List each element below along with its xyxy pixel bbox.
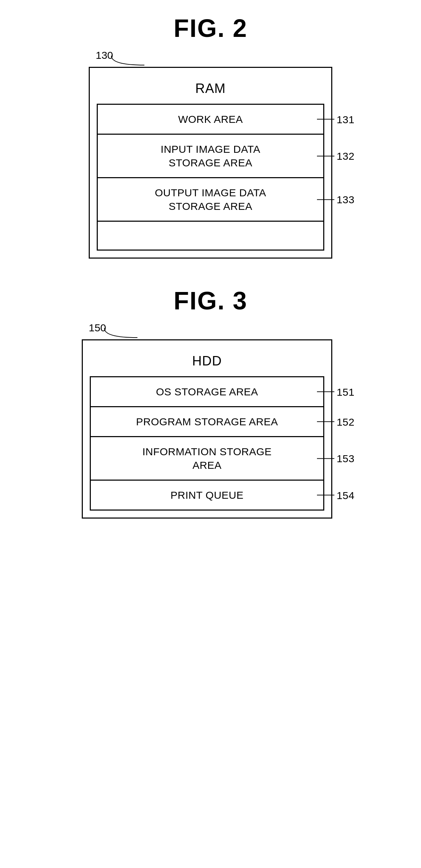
fig3-ref-151: 151 <box>317 385 355 399</box>
fig3-ref-152: 152 <box>317 415 355 428</box>
fig2-ref-132: 132 <box>317 149 355 163</box>
fig2-ref-133: 133 <box>317 193 355 206</box>
fig2-outer-box: RAM WORK AREA 131 INPUT IMAGE DATASTORAG… <box>89 67 332 259</box>
fig3-title: FIG. 3 <box>174 286 247 315</box>
fig3-diagram: 150 HDD OS STORAGE AREA 151 <box>68 325 353 519</box>
fig3-inner-box: OS STORAGE AREA 151 PROGRAM STORAGE AREA… <box>90 376 324 511</box>
fig3-hdd-label: HDD <box>90 347 324 376</box>
fig3-outer-ref: 150 <box>89 322 106 334</box>
figure-3-container: FIG. 3 150 HDD OS STORAGE AREA 151 <box>0 286 421 519</box>
fig2-row-output-image: OUTPUT IMAGE DATASTORAGE AREA 133 <box>98 178 323 222</box>
fig2-ref-131: 131 <box>317 112 355 126</box>
fig2-diagram: 130 RAM WORK AREA 131 <box>75 53 346 259</box>
fig2-inner-box: WORK AREA 131 INPUT IMAGE DATASTORAGE AR… <box>97 104 324 251</box>
fig2-row-input-image: INPUT IMAGE DATASTORAGE AREA 132 <box>98 135 323 178</box>
fig3-row-os: OS STORAGE AREA 151 <box>91 377 323 407</box>
fig2-ram-label: RAM <box>97 75 324 104</box>
fig3-outer-box: HDD OS STORAGE AREA 151 PROGRAM STORAGE … <box>82 339 332 519</box>
fig3-ref-153: 153 <box>317 452 355 465</box>
fig3-row-program: PROGRAM STORAGE AREA 152 <box>91 407 323 437</box>
figure-2-container: FIG. 2 130 RAM WORK AREA 131 <box>0 14 421 259</box>
fig3-row-print-queue: PRINT QUEUE 154 <box>91 481 323 510</box>
fig2-outer-ref: 130 <box>96 49 113 61</box>
fig2-title: FIG. 2 <box>174 14 247 42</box>
fig3-row-information: INFORMATION STORAGEAREA 153 <box>91 437 323 481</box>
fig2-row-empty <box>98 222 323 250</box>
fig2-row-work-area: WORK AREA 131 <box>98 105 323 135</box>
fig3-ref-154: 154 <box>317 488 355 502</box>
